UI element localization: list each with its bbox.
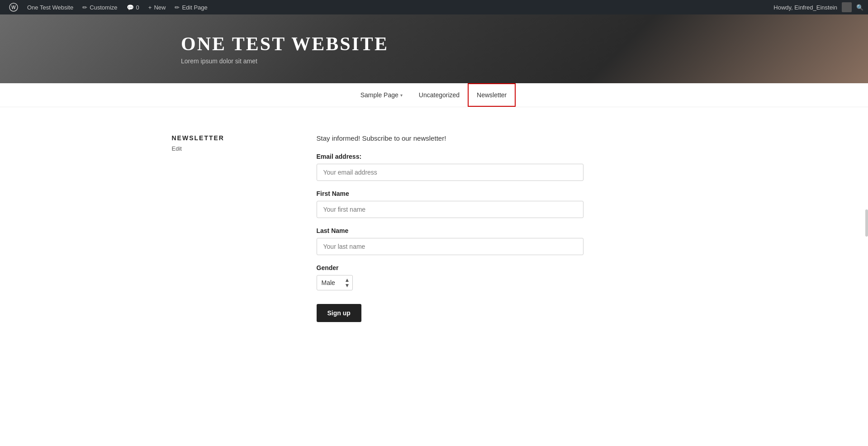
last-name-label: Last Name (317, 227, 697, 234)
nav-inner: Sample Page ▾ Uncategorized Newsletter (352, 83, 516, 107)
nav-item-newsletter[interactable]: Newsletter (468, 83, 516, 107)
first-name-label: First Name (317, 190, 697, 197)
nav-label-sample-page: Sample Page (360, 91, 398, 99)
new-item[interactable]: + New (144, 0, 171, 14)
customize-item[interactable]: ✏ Customize (78, 0, 122, 14)
email-input[interactable] (317, 164, 583, 181)
admin-bar: W One Test Website ✏ Customize 💬 0 + New… (0, 0, 868, 14)
header-content: ONE TEST WEBSITE Lorem ipsum dolor sit a… (181, 33, 389, 65)
site-tagline: Lorem ipsum dolor sit amet (181, 57, 389, 65)
gender-select-wrapper: Male Female Other ▲ ▼ (317, 275, 353, 290)
site-nav: Sample Page ▾ Uncategorized Newsletter (0, 83, 868, 107)
email-label: Email address: (317, 153, 697, 160)
wp-logo-item[interactable]: W (5, 0, 23, 14)
content-left: NEWSLETTER Edit (172, 134, 289, 322)
customize-label: Customize (90, 4, 117, 11)
scrollbar (865, 209, 868, 237)
site-header: ONE TEST WEBSITE Lorem ipsum dolor sit a… (0, 14, 868, 83)
nav-label-uncategorized: Uncategorized (419, 91, 460, 99)
comments-icon: 💬 (127, 4, 134, 11)
site-title: ONE TEST WEBSITE (181, 33, 389, 55)
edit-link[interactable]: Edit (172, 145, 182, 152)
site-name-item[interactable]: One Test Website (23, 0, 78, 14)
email-group: Email address: (317, 153, 697, 181)
svg-text:W: W (11, 5, 16, 10)
nav-label-newsletter: Newsletter (477, 91, 507, 99)
edit-page-label: Edit Page (182, 4, 207, 11)
adminbar-right: Howdy, Einfred_Einstein 🔍 (773, 2, 863, 12)
section-title: NEWSLETTER (172, 134, 289, 142)
content-right: Stay informed! Subscribe to our newslett… (317, 134, 697, 322)
search-icon[interactable]: 🔍 (856, 4, 863, 11)
gender-group: Gender Male Female Other ▲ ▼ (317, 264, 697, 290)
avatar (842, 2, 852, 12)
main-content: NEWSLETTER Edit Stay informed! Subscribe… (163, 107, 706, 349)
comments-item[interactable]: 💬 0 (122, 0, 144, 14)
form-description: Stay informed! Subscribe to our newslett… (317, 134, 697, 142)
site-name-label: One Test Website (27, 4, 73, 11)
nav-item-uncategorized[interactable]: Uncategorized (411, 84, 468, 106)
site-wrapper: ONE TEST WEBSITE Lorem ipsum dolor sit a… (0, 14, 868, 349)
new-label: New (154, 4, 166, 11)
edit-page-item[interactable]: ✏ Edit Page (170, 0, 212, 14)
chevron-down-icon: ▾ (400, 93, 403, 98)
comments-count: 0 (136, 4, 139, 11)
howdy-text: Howdy, Einfred_Einstein (773, 4, 837, 11)
edit-page-icon: ✏ (175, 4, 180, 11)
sign-up-button[interactable]: Sign up (317, 304, 361, 322)
gender-select[interactable]: Male Female Other (317, 275, 353, 290)
header-bg (0, 14, 868, 83)
customize-icon: ✏ (82, 4, 87, 11)
new-icon: + (148, 4, 152, 11)
first-name-input[interactable] (317, 201, 583, 218)
nav-item-sample-page[interactable]: Sample Page ▾ (352, 84, 411, 106)
last-name-group: Last Name (317, 227, 697, 255)
gender-label: Gender (317, 264, 697, 271)
first-name-group: First Name (317, 190, 697, 218)
last-name-input[interactable] (317, 238, 583, 255)
